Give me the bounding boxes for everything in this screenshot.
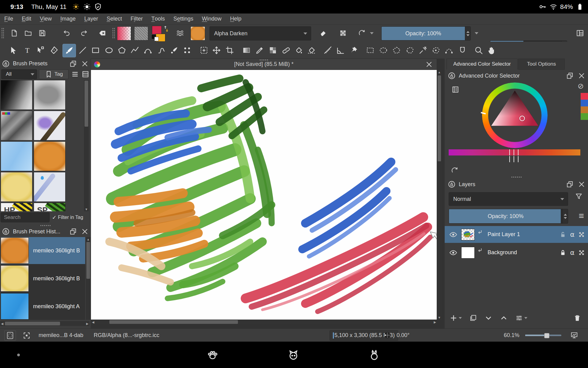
- opacity-slider[interactable]: Opacity: 100%: [381, 26, 471, 40]
- canvas-rotation-value[interactable]: 0.00°: [397, 332, 409, 339]
- preset-grid-scrollbar[interactable]: ▼: [84, 80, 89, 211]
- menu-file[interactable]: File: [0, 13, 17, 24]
- nav-app-rabbit[interactable]: [368, 348, 381, 362]
- float-docker-icon[interactable]: [566, 72, 574, 80]
- inherit-alpha-icon[interactable]: [477, 229, 483, 236]
- color-swatch[interactable]: [581, 113, 588, 120]
- canvas-vertical-scrollbar[interactable]: ▲ ▼: [437, 70, 442, 320]
- canvas-rotation-dial-icon[interactable]: [383, 331, 391, 339]
- scroll-right-arrow[interactable]: ▶: [433, 320, 437, 324]
- tab-tool-options[interactable]: Tool Options: [518, 59, 565, 70]
- tool-multibrush[interactable]: [181, 44, 194, 57]
- preserve-alpha-button[interactable]: [336, 26, 350, 40]
- swap-colors-icon[interactable]: [162, 25, 170, 33]
- docker-lock-icon[interactable]: [448, 180, 456, 188]
- brush-preset-orange-paint[interactable]: [34, 141, 66, 171]
- color-selector-cursor[interactable]: [519, 116, 525, 121]
- tool-reference-images[interactable]: [347, 44, 360, 57]
- menu-view[interactable]: View: [36, 13, 56, 24]
- zoom-slider[interactable]: [525, 335, 561, 336]
- history-item[interactable]: memileo 360light B: [1, 265, 85, 292]
- docker-lock-icon[interactable]: [448, 72, 456, 80]
- tool-smart-patch[interactable]: [280, 44, 292, 57]
- layer-properties-button[interactable]: [515, 314, 527, 322]
- tool-freehand-path[interactable]: [155, 44, 168, 57]
- tool-rectangle[interactable]: [89, 44, 102, 57]
- tool-select-shapes[interactable]: [7, 44, 20, 57]
- tab-advanced-color-selector[interactable]: Advanced Color Selector: [447, 59, 518, 70]
- preset-filter-combo[interactable]: All: [1, 69, 37, 79]
- docker-lock-icon[interactable]: [2, 60, 10, 68]
- duplicate-layer-button[interactable]: [469, 314, 477, 322]
- close-docker-icon[interactable]: [81, 60, 89, 68]
- zoom-percent[interactable]: 60.1%: [504, 332, 519, 339]
- new-document-button[interactable]: [7, 26, 21, 40]
- tool-select-magnetic[interactable]: [456, 44, 469, 57]
- color-swatch[interactable]: [581, 100, 588, 106]
- painting-canvas[interactable]: [91, 70, 437, 320]
- scroll-down-arrow[interactable]: ▼: [84, 207, 89, 211]
- save-button[interactable]: [36, 26, 49, 40]
- layer-visibility-icon[interactable]: [449, 248, 458, 257]
- unlock-icon[interactable]: [559, 231, 567, 239]
- nav-app-paw[interactable]: [206, 348, 219, 362]
- selection-display-icon[interactable]: [23, 332, 31, 339]
- delete-layer-button[interactable]: [573, 314, 581, 322]
- move-layer-up-button[interactable]: [500, 314, 508, 322]
- opacity-dropdown[interactable]: [474, 26, 479, 40]
- tool-ellipse[interactable]: [103, 44, 115, 57]
- toolbar-grip-handle[interactable]: [1, 28, 4, 39]
- menu-filter[interactable]: Filter: [126, 13, 147, 24]
- brush-preset-purple-pen[interactable]: [34, 111, 66, 140]
- tool-line[interactable]: [76, 44, 89, 57]
- refresh-colors-icon[interactable]: [451, 167, 459, 174]
- docker-drag-handle[interactable]: [445, 176, 588, 178]
- layer-thumbnail[interactable]: [461, 247, 475, 259]
- alpha-locked-checker-icon[interactable]: [578, 249, 586, 257]
- tool-select-elliptical[interactable]: [377, 44, 390, 57]
- pattern-swatch-button[interactable]: [134, 26, 148, 40]
- tool-calligraphy[interactable]: [47, 44, 60, 57]
- brush-preset-yellow-paint[interactable]: [1, 172, 32, 202]
- tool-polygon[interactable]: [115, 44, 128, 57]
- delete-button[interactable]: [94, 26, 110, 40]
- display-mode-icon[interactable]: [81, 70, 89, 78]
- close-canvas-icon[interactable]: [425, 60, 433, 68]
- last-colors-swatches[interactable]: [581, 93, 588, 120]
- reload-preset-button[interactable]: [355, 26, 369, 40]
- tool-measure[interactable]: [334, 44, 347, 57]
- tool-enclose-and-fill[interactable]: [305, 44, 318, 57]
- brush-preset-charcoal[interactable]: [1, 80, 32, 110]
- brush-preset-light-blue[interactable]: [1, 141, 32, 171]
- undo-button[interactable]: [60, 26, 74, 40]
- scroll-left-arrow[interactable]: ◀: [0, 321, 4, 326]
- close-docker-icon[interactable]: [578, 72, 586, 80]
- foreground-background-colors[interactable]: [151, 26, 169, 42]
- default-bg-swatch[interactable]: [154, 37, 159, 41]
- menu-select[interactable]: Select: [102, 13, 126, 24]
- no-color-icon[interactable]: ⊘: [578, 82, 584, 90]
- tool-edit-shapes[interactable]: [34, 44, 47, 57]
- nav-app-cat[interactable]: [287, 348, 300, 362]
- search-input[interactable]: Search: [1, 213, 50, 222]
- layer-filter-funnel-icon[interactable]: [575, 192, 583, 200]
- brush-preset-rocks[interactable]: [1, 111, 32, 140]
- menu-edit[interactable]: Edit: [17, 13, 36, 24]
- foreground-color-swatch[interactable]: [152, 26, 162, 34]
- tool-pan[interactable]: [485, 44, 498, 57]
- color-swatch[interactable]: [581, 93, 588, 100]
- tool-select-bezier[interactable]: [443, 44, 455, 57]
- tool-pattern-editing[interactable]: [266, 44, 279, 57]
- preset-horizontal-scrollbar[interactable]: ◀ ▶: [0, 321, 89, 326]
- close-docker-icon[interactable]: [81, 228, 89, 236]
- tool-text[interactable]: T: [21, 44, 34, 57]
- layer-blend-mode-combo[interactable]: Normal: [449, 192, 568, 206]
- scroll-right-arrow[interactable]: ▶: [85, 321, 89, 326]
- gradient-swatch-button[interactable]: [117, 26, 131, 40]
- brush-preset-hp-stripe[interactable]: HP: [1, 203, 32, 211]
- menu-help[interactable]: Help: [226, 13, 246, 24]
- tool-transform[interactable]: [198, 44, 210, 57]
- float-docker-icon[interactable]: [69, 60, 77, 68]
- filter-in-tag-checkbox[interactable]: ✓ Filter in Tag: [52, 214, 83, 221]
- open-document-button[interactable]: [21, 26, 35, 40]
